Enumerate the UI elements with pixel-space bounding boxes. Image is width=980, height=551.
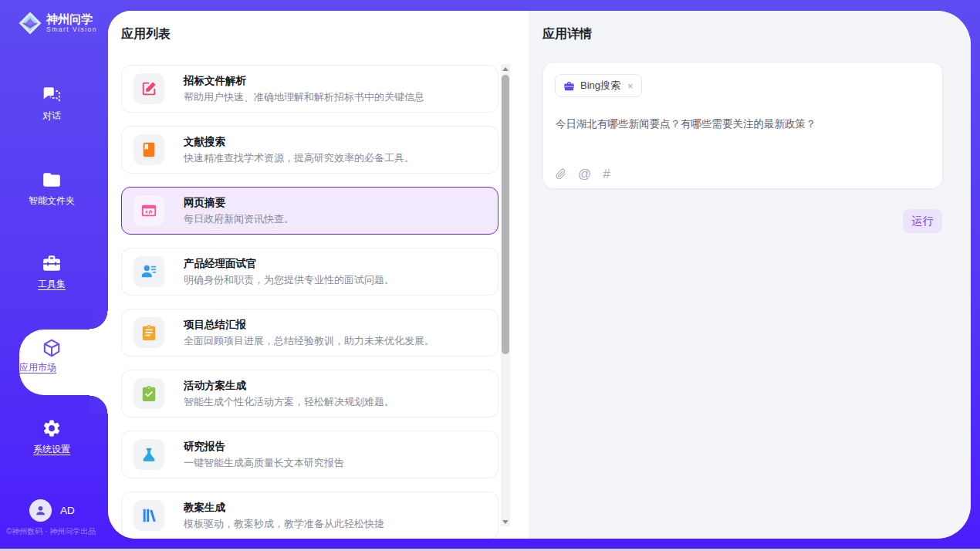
app-card-web-summary[interactable]: 网页摘要 每日政府新闻资讯快查。 <box>121 187 498 235</box>
gear-icon <box>42 418 62 438</box>
paperclip-icon[interactable] <box>556 167 566 181</box>
app-card-desc: 模板驱动，教案秒成，教学准备从此轻松快捷 <box>184 519 384 529</box>
app-card-title: 招标文件解析 <box>184 76 424 86</box>
notepad-icon <box>133 317 164 348</box>
app-card-title: 网页摘要 <box>184 198 294 208</box>
tool-tag-bing-search[interactable]: Bing搜索 × <box>555 74 642 97</box>
avatar <box>29 499 52 522</box>
app-list-scrollbar <box>501 64 510 526</box>
scrollbar-thumb[interactable] <box>502 75 509 354</box>
app-card-title: 教案生成 <box>184 502 384 513</box>
app-card-event-plan[interactable]: 活动方案生成 智能生成个性化活动方案，轻松解决规划难题。 <box>121 370 498 417</box>
user-icon <box>34 504 47 517</box>
prompt-card: Bing搜索 × 今日湖北有哪些新闻要点？有哪些需要关注的最新政策？ @ # <box>542 62 943 189</box>
briefcase-icon <box>563 80 575 92</box>
sidebar-item-label: 对话 <box>42 110 61 121</box>
brand-logo-icon <box>17 10 43 36</box>
folder-icon <box>42 170 62 190</box>
sidebar-item-smart-folders[interactable]: 智能文件夹 <box>0 170 103 208</box>
app-card-title: 文献搜索 <box>184 137 414 147</box>
sidebar-item-toolset[interactable]: 工具集 <box>0 253 103 291</box>
app-card-desc: 全面回顾项目进展，总结经验教训，助力未来优化发展。 <box>184 336 434 346</box>
close-icon[interactable]: × <box>627 81 634 91</box>
brand: 神州问学 Smart Vision <box>17 10 97 36</box>
cube-icon <box>42 338 62 358</box>
edit-square-icon <box>133 73 164 104</box>
query-text[interactable]: 今日湖北有哪些新闻要点？有哪些需要关注的最新政策？ <box>556 117 930 131</box>
toolbox-icon <box>42 253 62 273</box>
tool-tag-label: Bing搜索 <box>580 79 620 93</box>
app-card-desc: 帮助用户快速、准确地理解和解析招标书中的关键信息 <box>184 92 424 102</box>
scroll-up-icon[interactable] <box>501 64 510 73</box>
app-card-literature-search[interactable]: 文献搜索 快速精准查找学术资源，提高研究效率的必备工具。 <box>121 126 498 174</box>
app-card-desc: 快速精准查找学术资源，提高研究效率的必备工具。 <box>184 153 414 163</box>
active-tab-fillet-bottom <box>90 395 108 414</box>
user-account[interactable]: AD <box>29 499 75 522</box>
chat-icon <box>42 85 62 105</box>
clipboard-check-icon <box>133 378 164 409</box>
app-detail-title: 应用详情 <box>542 26 592 42</box>
user-initials: AD <box>60 505 75 516</box>
sidebar-item-label: 应用市场 <box>19 361 84 374</box>
app-card-desc: 明确身份和职责，为您提供专业性的面试问题。 <box>184 275 394 285</box>
sidebar-item-chat[interactable]: 对话 <box>0 85 103 123</box>
app-card-desc: 一键智能生成高质量长文本研究报告 <box>184 458 344 468</box>
sidebar-item-label: 工具集 <box>38 279 66 289</box>
active-tab-fillet-top <box>90 311 108 330</box>
app-list-panel: 应用列表 招标文件解析 帮助用户快速、准确地理解和解析招标书中的关键信息 文献搜… <box>108 11 529 539</box>
sidebar-item-settings[interactable]: 系统设置 <box>0 418 103 456</box>
browser-code-icon <box>133 195 164 226</box>
attachment-toolbar: @ # <box>556 167 610 181</box>
content-frame: 应用列表 招标文件解析 帮助用户快速、准确地理解和解析招标书中的关键信息 文献搜… <box>108 11 971 539</box>
app-card-desc: 智能生成个性化活动方案，轻松解决规划难题。 <box>184 397 394 407</box>
books-icon <box>133 500 164 531</box>
scroll-down-icon[interactable] <box>501 517 510 526</box>
run-button[interactable]: 运行 <box>903 209 942 233</box>
at-icon[interactable]: @ <box>578 167 591 181</box>
app-card-desc: 每日政府新闻资讯快查。 <box>184 214 294 224</box>
app-card-research-report[interactable]: 研究报告 一键智能生成高质量长文本研究报告 <box>121 431 498 478</box>
app-card-pm-interviewer[interactable]: 产品经理面试官 明确身份和职责，为您提供专业性的面试问题。 <box>121 248 498 296</box>
research-icon <box>133 439 164 470</box>
book-icon <box>133 134 164 165</box>
sidebar-item-label: 系统设置 <box>33 444 70 455</box>
app-card-lesson-plan[interactable]: 教案生成 模板驱动，教案秒成，教学准备从此轻松快捷 <box>121 492 498 539</box>
sidebar-footer: ©神州数码 · 神州问学出品 <box>6 526 106 537</box>
app-detail-panel: 应用详情 Bing搜索 × 今日湖北有哪些新闻要点？有哪些需要关注的最新政策？ … <box>529 11 971 539</box>
brand-tagline: Smart Vision <box>46 25 97 33</box>
sidebar: 神州问学 Smart Vision 对话 智能文件夹 工具集 应用市场 系统设置 <box>0 0 108 551</box>
sidebar-item-app-market[interactable]: 应用市场 <box>19 330 108 395</box>
sidebar-item-label: 智能文件夹 <box>29 195 75 206</box>
app-card-title: 产品经理面试官 <box>184 259 394 269</box>
interviewer-icon <box>133 256 164 287</box>
brand-name: 神州问学 <box>46 13 97 26</box>
app-list-title: 应用列表 <box>121 26 171 42</box>
app-card-title: 活动方案生成 <box>184 380 394 391</box>
app-card-bid-analysis[interactable]: 招标文件解析 帮助用户快速、准确地理解和解析招标书中的关键信息 <box>121 65 498 113</box>
app-card-title: 项目总结汇报 <box>184 319 434 330</box>
hash-icon[interactable]: # <box>603 167 610 181</box>
app-card-project-summary[interactable]: 项目总结汇报 全面回顾项目进展，总结经验教训，助力未来优化发展。 <box>121 309 498 357</box>
app-card-list: 招标文件解析 帮助用户快速、准确地理解和解析招标书中的关键信息 文献搜索 快速精… <box>121 65 498 539</box>
app-card-title: 研究报告 <box>184 441 344 452</box>
